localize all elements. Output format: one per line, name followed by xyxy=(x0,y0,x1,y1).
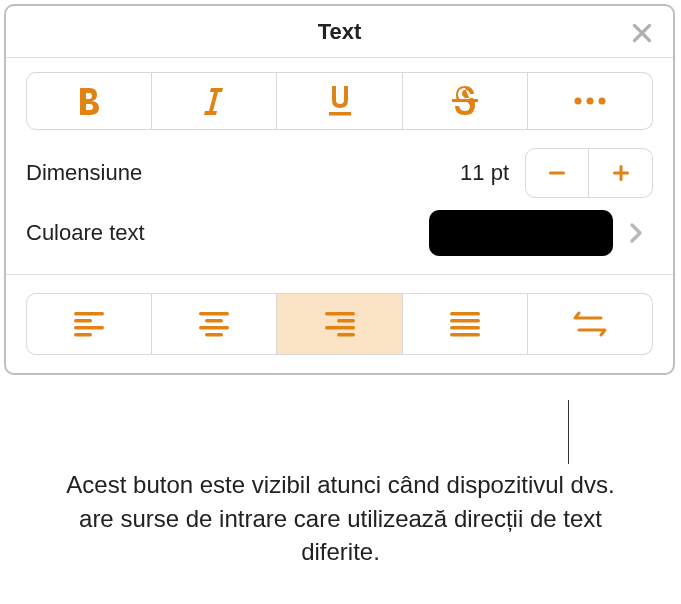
align-left-icon xyxy=(72,310,106,338)
more-icon xyxy=(573,96,607,106)
close-icon xyxy=(629,20,655,46)
text-color-row[interactable]: Culoare text xyxy=(6,206,673,274)
svg-rect-10 xyxy=(74,312,104,316)
align-justify-icon xyxy=(448,310,482,338)
size-label: Dimensiune xyxy=(26,160,142,186)
panel-title: Text xyxy=(318,19,362,45)
align-right-button[interactable] xyxy=(277,293,402,355)
align-center-icon xyxy=(197,310,231,338)
size-value: 11 pt xyxy=(460,160,509,186)
text-direction-icon xyxy=(571,311,609,337)
svg-rect-16 xyxy=(199,326,229,330)
svg-rect-24 xyxy=(450,326,480,330)
align-justify-button[interactable] xyxy=(403,293,528,355)
font-size-row: Dimensiune 11 pt xyxy=(6,140,673,206)
svg-point-4 xyxy=(574,98,581,105)
strikethrough-button[interactable] xyxy=(403,72,528,130)
italic-icon xyxy=(201,85,227,117)
svg-rect-25 xyxy=(450,333,480,337)
svg-rect-7 xyxy=(549,172,565,175)
text-format-panel: Text xyxy=(4,4,675,375)
strikethrough-icon xyxy=(449,85,481,117)
bold-button[interactable] xyxy=(26,72,152,130)
size-stepper xyxy=(525,148,653,198)
svg-rect-2 xyxy=(329,112,351,116)
chevron-right-icon xyxy=(629,222,643,244)
minus-icon xyxy=(545,161,569,185)
svg-rect-9 xyxy=(619,165,622,181)
size-increase-button[interactable] xyxy=(589,148,653,198)
svg-rect-11 xyxy=(74,319,92,323)
underline-button[interactable] xyxy=(277,72,402,130)
svg-rect-14 xyxy=(199,312,229,316)
align-right-icon xyxy=(323,310,357,338)
svg-rect-20 xyxy=(325,326,355,330)
svg-rect-22 xyxy=(450,312,480,316)
size-decrease-button[interactable] xyxy=(525,148,589,198)
svg-point-5 xyxy=(586,98,593,105)
svg-rect-3 xyxy=(452,99,478,102)
callout-text: Acest buton este vizibil atunci când dis… xyxy=(60,468,621,569)
panel-header: Text xyxy=(6,6,673,58)
svg-rect-18 xyxy=(325,312,355,316)
color-disclosure[interactable] xyxy=(619,222,653,244)
svg-rect-19 xyxy=(337,319,355,323)
callout-line xyxy=(568,400,569,464)
bold-icon xyxy=(75,85,103,117)
color-swatch[interactable] xyxy=(429,210,613,256)
svg-rect-23 xyxy=(450,319,480,323)
svg-rect-17 xyxy=(205,333,223,337)
plus-icon xyxy=(609,161,633,185)
text-direction-button[interactable] xyxy=(528,293,653,355)
svg-rect-13 xyxy=(74,333,92,337)
underline-icon xyxy=(325,84,355,118)
italic-button[interactable] xyxy=(152,72,277,130)
color-label: Culoare text xyxy=(26,220,145,246)
svg-point-6 xyxy=(598,98,605,105)
svg-rect-21 xyxy=(337,333,355,337)
align-center-button[interactable] xyxy=(152,293,277,355)
alignment-group xyxy=(6,275,673,373)
more-styles-button[interactable] xyxy=(528,72,653,130)
close-button[interactable] xyxy=(629,20,655,46)
svg-rect-12 xyxy=(74,326,104,330)
text-style-group xyxy=(6,58,673,140)
svg-rect-15 xyxy=(205,319,223,323)
align-left-button[interactable] xyxy=(26,293,152,355)
